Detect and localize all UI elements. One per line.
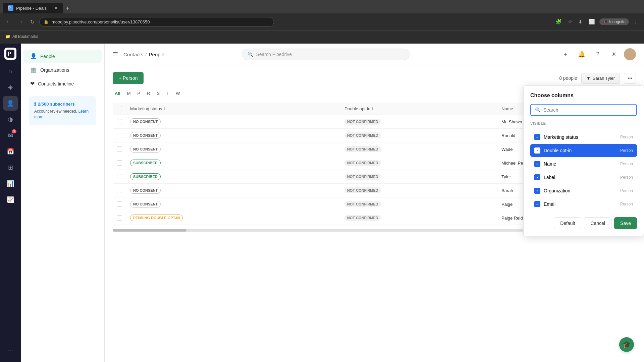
pipedrive-logo[interactable]: P xyxy=(4,48,16,60)
active-tab[interactable]: P Pipeline - Deals ✕ xyxy=(3,3,63,13)
reload-btn[interactable]: ↻ xyxy=(28,17,37,27)
filter-btn[interactable]: ▼ Sarah Tyler xyxy=(581,73,620,84)
marketing-status-info-icon: ℹ xyxy=(163,106,165,111)
notifications-btn[interactable]: 🔔 xyxy=(576,48,588,60)
col-name: Marketing status xyxy=(544,134,617,140)
row-checkbox[interactable] xyxy=(117,160,122,166)
alpha-p-btn[interactable]: P xyxy=(135,89,142,97)
content-toolbar: + Person 8 people ▼ Sarah Tyler ••• xyxy=(113,72,636,84)
nav-reports-icon[interactable]: 📊 xyxy=(3,176,18,191)
row-checkbox[interactable] xyxy=(117,188,122,193)
column-item-email[interactable]: ✓ Email Person xyxy=(530,198,637,210)
row-checkbox[interactable] xyxy=(117,119,122,124)
alpha-m-btn[interactable]: M xyxy=(125,89,133,97)
multiwindow-icon[interactable]: ⬜ xyxy=(587,17,597,26)
forward-btn[interactable]: → xyxy=(16,17,25,27)
panel-search-bar[interactable]: 🔍 xyxy=(530,104,637,116)
panel-search-input[interactable] xyxy=(543,107,632,113)
select-all-checkbox[interactable] xyxy=(117,106,122,111)
double-opt-in-info-icon: ℹ xyxy=(372,106,373,111)
people-count: 8 people xyxy=(559,75,577,81)
hamburger-btn[interactable]: ☰ xyxy=(113,51,118,58)
nav-mail-icon[interactable]: ✉ 3 xyxy=(3,128,18,143)
row-checkbox[interactable] xyxy=(117,133,122,138)
alpha-w-btn[interactable]: W xyxy=(174,89,182,97)
nav-contacts-icon[interactable]: 👤 xyxy=(3,96,18,111)
sidebar-item-organizations[interactable]: 🏢 Organizations xyxy=(23,63,102,76)
nav-list-icon[interactable]: ⊞ xyxy=(3,160,18,175)
theme-btn[interactable]: ☀ xyxy=(608,48,620,60)
main-header: ☰ Contacts / People 🔍 Search Pipedrive ＋… xyxy=(105,44,644,65)
cancel-btn[interactable]: Cancel xyxy=(584,217,611,229)
sidebar: 👤 People 🏢 Organizations ❤ Contacts time… xyxy=(21,44,105,362)
th-checkbox xyxy=(113,103,126,115)
nav-activities-icon[interactable]: ◑ xyxy=(3,112,18,127)
help-btn[interactable]: ? xyxy=(592,48,604,60)
app: P ⌂ ◈ 👤 ◑ ✉ 3 📅 ⊞ 📊 📈 ⋯ 👤 People 🏢 Organ… xyxy=(0,44,644,362)
visible-label: VISIBLE xyxy=(530,120,637,127)
th-double-opt-in: Double opt-in ℹ xyxy=(340,103,497,115)
default-btn[interactable]: Default xyxy=(554,217,581,229)
nav-more-icon[interactable]: ⋯ xyxy=(3,343,18,358)
add-person-btn[interactable]: + Person xyxy=(113,72,144,84)
sidebar-info-main: Account review needed. xyxy=(34,109,77,114)
check-icon: ✓ xyxy=(534,147,540,154)
tab-favicon: P xyxy=(8,5,13,11)
address-bar[interactable]: 🔒 moodjoy.pipedrive.com/persons/list/use… xyxy=(39,17,274,27)
marketing-status-badge: NO CONSENT xyxy=(130,118,161,125)
more-options-btn[interactable]: ••• xyxy=(624,73,636,84)
browser-nav: ← → ↻ 🔒 moodjoy.pipedrive.com/persons/li… xyxy=(0,13,644,30)
back-btn[interactable]: ← xyxy=(4,17,13,27)
add-btn[interactable]: ＋ xyxy=(559,48,572,60)
double-opt-in-badge: NOT CONFIRMED xyxy=(344,201,381,207)
double-opt-in-badge: NOT CONFIRMED xyxy=(344,119,381,125)
check-icon: ✓ xyxy=(534,188,540,194)
column-item-name[interactable]: ✓ Name Person xyxy=(530,158,637,170)
incognito-hat-icon: 🎩 xyxy=(603,19,608,24)
row-checkbox[interactable] xyxy=(117,201,122,207)
marketing-status-badge: NO CONSENT xyxy=(130,187,161,194)
column-item-double-opt-in[interactable]: ✓ Double opt-in Person xyxy=(530,144,637,157)
column-item-organization[interactable]: ✓ Organization Person xyxy=(530,184,637,197)
check-icon: ✓ xyxy=(534,201,540,207)
column-item-label[interactable]: ✓ Label Person xyxy=(530,171,637,184)
th-marketing-status: Marketing status ℹ xyxy=(126,103,340,115)
alpha-r-btn[interactable]: R xyxy=(145,89,152,97)
sidebar-item-people[interactable]: 👤 People xyxy=(23,50,102,63)
row-checkbox[interactable] xyxy=(117,174,122,179)
global-search-bar[interactable]: 🔍 Search Pipedrive xyxy=(242,49,410,60)
nav-deals-icon[interactable]: ◈ xyxy=(3,80,18,95)
user-avatar[interactable] xyxy=(624,48,636,60)
nav-strip: P ⌂ ◈ 👤 ◑ ✉ 3 📅 ⊞ 📊 📈 ⋯ xyxy=(0,44,21,362)
row-checkbox[interactable] xyxy=(117,215,122,221)
download-icon[interactable]: ⬇ xyxy=(577,17,584,26)
check-icon: ✓ xyxy=(534,174,540,180)
search-placeholder: Search Pipedrive xyxy=(256,52,292,57)
alpha-all-btn[interactable]: All xyxy=(113,89,122,97)
column-item-marketing-status[interactable]: ✓ Marketing status Person xyxy=(530,131,637,143)
nav-calendar-icon[interactable]: 📅 xyxy=(3,144,18,159)
bookmarks-bar: 📁 All Bookmarks xyxy=(0,30,644,42)
sidebar-info-text: Account review needed. Learn more xyxy=(34,109,91,120)
incognito-label: Incognito xyxy=(609,19,626,24)
alpha-s-btn[interactable]: S xyxy=(155,89,162,97)
lock-icon: 🔒 xyxy=(44,19,49,24)
bookmark-icon[interactable]: ☆ xyxy=(566,17,574,26)
save-btn[interactable]: Save xyxy=(614,217,637,229)
double-opt-in-badge: NOT CONFIRMED xyxy=(344,146,381,152)
nav-insights-icon[interactable]: 📈 xyxy=(3,192,18,207)
new-tab-btn[interactable]: + xyxy=(63,4,72,13)
col-name: Email xyxy=(544,201,617,207)
col-type: Person xyxy=(620,148,633,153)
help-fab[interactable]: 🎓 xyxy=(619,337,634,352)
sidebar-item-contacts-timeline[interactable]: ❤ Contacts timeline xyxy=(23,77,102,90)
column-list: ✓ Marketing status Person ✓ Double opt-i… xyxy=(530,131,637,210)
row-checkbox[interactable] xyxy=(117,146,122,152)
alpha-t-btn[interactable]: T xyxy=(164,89,171,97)
extension-icon[interactable]: 🧩 xyxy=(554,17,564,26)
nav-home-icon[interactable]: ⌂ xyxy=(3,64,18,78)
browser-tabs: P Pipeline - Deals ✕ + xyxy=(0,0,644,13)
menu-btn[interactable]: ⋮ xyxy=(632,17,640,26)
double-opt-in-badge: NOT CONFIRMED xyxy=(344,132,381,138)
tab-close-btn[interactable]: ✕ xyxy=(54,6,58,10)
